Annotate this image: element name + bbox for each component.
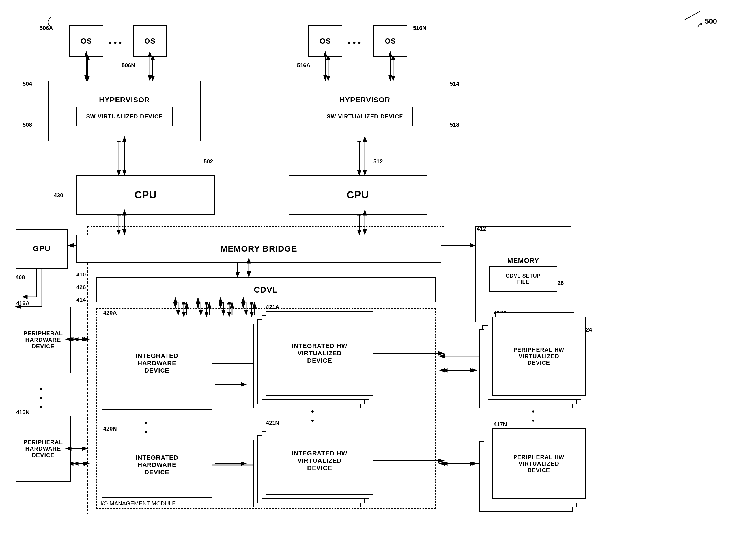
label-417n: 417N [494,421,507,428]
cpu-512-box: CPU [288,175,427,215]
label-518: 518 [450,122,459,128]
integrated-hw-virt-421n-label: INTEGRATED HWVIRTUALIZEDDEVICE [291,450,347,472]
integrated-hw-virt-421a-box: INTEGRATED HWVIRTUALIZEDDEVICE [266,311,374,396]
io-management-label: I/O MANAGEMENT MODULE [100,500,176,507]
hypervisor-504-label: HYPERVISOR [99,96,150,104]
cpu-502-box: CPU [76,175,215,215]
peripheral-hw-416a-label: PERIPHERALHARDWAREDEVICE [23,330,63,350]
gpu-box: GPU [16,229,68,269]
label-502: 502 [204,158,213,165]
peripheral-hw-virt-417n-label: PERIPHERAL HWVIRTUALIZEDDEVICE [513,454,564,473]
os-506a-box: OS [69,25,103,57]
label-508: 508 [23,122,32,128]
label-412: 412 [477,226,486,232]
os-506n-box: OS [133,25,167,57]
os-516a-box: OS [308,25,342,57]
integrated-hw-420n-label: INTEGRATEDHARDWAREDEVICE [135,454,178,476]
label-514: 514 [450,81,459,87]
label-504: 504 [23,81,32,87]
label-421n: 421N [266,420,279,426]
sw-virt-508-box: SW VIRTUALIZED DEVICE [76,107,172,126]
memory-box: MEMORY CDVL SETUPFILE [475,226,571,322]
label-426: 426 [76,284,86,291]
peripheral-hw-virt-417a-box: PERIPHERAL HWVIRTUALIZEDDEVICE [492,317,586,396]
integrated-hw-420a-label: INTEGRATEDHARDWAREDEVICE [135,352,178,374]
ellipsis-416: ••• [40,384,42,412]
peripheral-hw-416n-box: PERIPHERALHARDWAREDEVICE [16,416,71,482]
label-516n: 516N [413,25,427,31]
figure-arrow: ↗ [696,20,703,30]
label-408: 408 [16,274,25,281]
label-506a: 506A [40,25,53,31]
peripheral-hw-416n-label: PERIPHERALHARDWAREDEVICE [23,439,63,459]
peripheral-hw-416a-box: PERIPHERALHARDWAREDEVICE [16,307,71,373]
os-516n-box: OS [374,25,407,57]
peripheral-hw-virt-417a-label: PERIPHERAL HWVIRTUALIZEDDEVICE [513,347,564,366]
cdvl-setup-box: CDVL SETUPFILE [489,266,557,292]
integrated-hw-virt-421n-box: INTEGRATED HWVIRTUALIZEDDEVICE [266,427,374,495]
label-410: 410 [76,271,86,278]
integrated-hw-virt-421a-label: INTEGRATED HWVIRTUALIZEDDEVICE [291,342,347,364]
label-506n: 506N [122,62,135,69]
label-414: 414 [76,297,86,303]
ellipsis-506: • • • [109,38,122,47]
hypervisor-504-box: HYPERVISOR SW VIRTUALIZED DEVICE [48,81,201,141]
figure-number: 500 [705,17,717,26]
hypervisor-514-box: HYPERVISOR SW VIRTUALIZED DEVICE [288,81,441,141]
label-430: 430 [54,192,63,199]
peripheral-hw-virt-417n-box: PERIPHERAL HWVIRTUALIZEDDEVICE [492,428,586,499]
integrated-hw-420a-box: INTEGRATEDHARDWAREDEVICE [102,317,212,410]
label-416a: 416A [16,300,30,307]
integrated-hw-420n-box: INTEGRATEDHARDWAREDEVICE [102,433,212,498]
ellipsis-516: • • • [348,38,360,47]
memory-label: MEMORY [507,257,539,265]
hypervisor-514-label: HYPERVISOR [339,96,390,104]
sw-virt-518-box: SW VIRTUALIZED DEVICE [317,107,413,126]
label-421a: 421A [266,304,279,310]
label-420n: 420N [103,425,117,432]
label-516a: 516A [297,62,310,69]
label-512: 512 [374,158,383,165]
svg-line-79 [685,11,700,20]
cdvl-box: CDVL [96,277,436,302]
label-420a: 420A [103,310,117,316]
label-416n: 416N [16,409,30,416]
